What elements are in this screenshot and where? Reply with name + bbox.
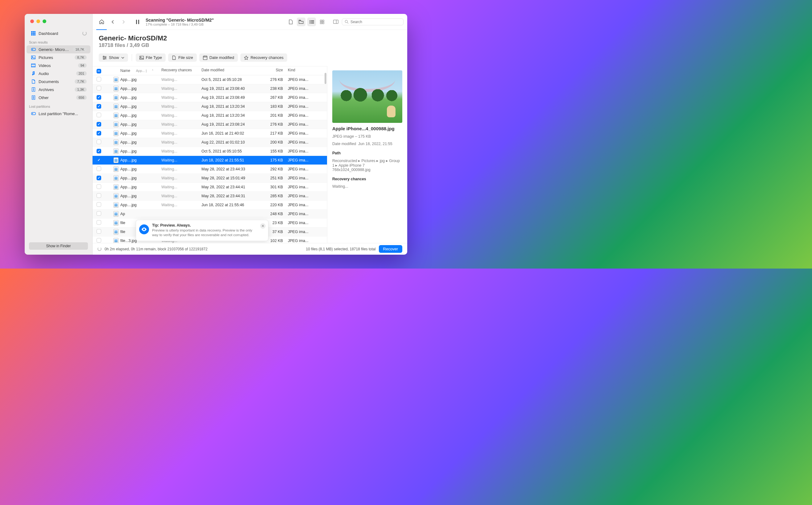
row-checkbox[interactable] <box>96 77 101 81</box>
pause-button[interactable] <box>133 18 142 26</box>
view-icons-button[interactable] <box>286 18 295 26</box>
row-checkbox[interactable] <box>96 238 101 242</box>
column-size[interactable]: Size <box>261 66 285 75</box>
table-body[interactable]: App....jpg Waiting... Oct 5, 2021 at 05:… <box>92 75 327 243</box>
sidebar-item-documents[interactable]: Documents 7,7K <box>26 77 90 86</box>
home-button[interactable] <box>96 14 107 30</box>
forward-button[interactable] <box>119 18 128 26</box>
picture-icon <box>31 55 36 60</box>
file-table: Name App... | ⌃ Recovery chances Date mo… <box>92 66 327 243</box>
close-window-button[interactable] <box>30 19 34 23</box>
filter-label: Date modified <box>210 55 234 60</box>
table-row[interactable]: App....jpg Waiting... Aug 22, 2021 at 01… <box>92 138 327 147</box>
show-in-finder-button[interactable]: Show in Finder <box>29 242 88 250</box>
recover-button[interactable]: Recover <box>379 245 402 253</box>
table-row[interactable]: App....jpg Waiting... May 28, 2022 at 15… <box>92 174 327 183</box>
view-folders-button[interactable] <box>297 18 305 26</box>
preview-thumbnail[interactable] <box>332 70 402 123</box>
cell-date: Aug 18, 2021 at 13:20:34 <box>199 103 261 110</box>
column-recovery[interactable]: Recovery chances <box>159 66 199 75</box>
select-all-checkbox[interactable] <box>96 69 101 73</box>
table-row[interactable]: App....jpg Waiting... Jun 18, 2022 at 21… <box>92 156 327 165</box>
filetype-filter-button[interactable]: File Type <box>136 53 166 62</box>
sidebar-item-audio[interactable]: Audio 201 <box>26 69 90 77</box>
close-tip-button[interactable]: ✕ <box>260 223 266 229</box>
sidebar-item-label: Videos <box>39 63 75 68</box>
scrollbar-thumb[interactable] <box>324 73 326 84</box>
row-checkbox[interactable] <box>96 229 101 234</box>
minimize-window-button[interactable] <box>36 19 40 23</box>
cell-date: May 28, 2022 at 15:01:49 <box>199 174 261 182</box>
app-window: Dashboard Scan results Generic- MicroS..… <box>25 14 407 255</box>
document-icon <box>31 79 36 84</box>
svg-point-41 <box>105 57 106 58</box>
cell-kind: JPEG ima... <box>285 130 314 137</box>
row-checkbox[interactable] <box>96 184 101 189</box>
table-row[interactable]: App....jpg Waiting... Jun 18, 2022 at 21… <box>92 201 327 210</box>
table-row[interactable]: App....jpg Waiting... Jun 16, 2021 at 21… <box>92 129 327 138</box>
table-row[interactable]: App....jpg Waiting... Oct 5, 2021 at 05:… <box>92 147 327 156</box>
sidebar-item-other[interactable]: Other 656 <box>26 94 90 102</box>
row-checkbox[interactable] <box>96 202 101 207</box>
sidebar-item-disk[interactable]: Generic- MicroS... 18,7K <box>26 45 90 53</box>
row-checkbox[interactable] <box>96 122 101 127</box>
page-title: Generic- MicroSD/M2 <box>99 34 401 42</box>
picture-icon <box>140 55 144 60</box>
row-checkbox[interactable] <box>96 193 101 198</box>
row-checkbox[interactable] <box>96 166 101 171</box>
row-checkbox[interactable] <box>96 131 101 136</box>
date-filter-button[interactable]: Date modified <box>199 53 238 62</box>
preview-panel: Apple iPhone...4_000988.jpg JPEG image –… <box>327 66 407 243</box>
table-row[interactable]: App....jpg Waiting... Oct 5, 2021 at 05:… <box>92 75 327 84</box>
zoom-window-button[interactable] <box>43 19 46 23</box>
sidebar-item-archives[interactable]: Archives 1,3K <box>26 86 90 94</box>
window-controls <box>25 19 92 23</box>
row-checkbox[interactable] <box>96 95 101 100</box>
table-row[interactable]: App....jpg Waiting... Aug 19, 2021 at 23… <box>92 120 327 129</box>
sidebar-item-lost-partition[interactable]: Lost partition "Rome... <box>26 110 90 118</box>
row-checkbox[interactable] <box>96 176 101 180</box>
row-checkbox[interactable] <box>96 220 101 225</box>
row-checkbox[interactable] <box>96 140 101 144</box>
table-row[interactable]: App....jpg Waiting... May 28, 2022 at 23… <box>92 183 327 192</box>
svg-rect-8 <box>34 34 35 35</box>
search-field[interactable] <box>342 18 403 25</box>
sidebar-item-videos[interactable]: Videos 94 <box>26 61 90 69</box>
search-input[interactable] <box>350 20 401 24</box>
filesize-filter-button[interactable]: File size <box>168 53 197 62</box>
cell-name: App....jpg <box>105 84 159 93</box>
search-icon <box>345 20 349 24</box>
row-checkbox[interactable] <box>96 86 101 91</box>
table-row[interactable]: App....jpg Waiting... Aug 19, 2021 at 23… <box>92 93 327 102</box>
table-row[interactable]: App....jpg Waiting... May 28, 2022 at 23… <box>92 192 327 201</box>
row-checkbox[interactable] <box>96 158 101 162</box>
cell-date: Aug 19, 2021 at 23:08:49 <box>199 94 261 101</box>
table-row[interactable]: Ap 248 KB JPEG ima... <box>92 210 327 218</box>
column-date[interactable]: Date modified <box>199 66 261 75</box>
table-row[interactable]: App....jpg Waiting... Aug 18, 2021 at 13… <box>92 102 327 111</box>
row-checkbox[interactable] <box>96 211 101 216</box>
folder-icon <box>299 20 304 24</box>
preview-recovery-label: Recovery chances <box>332 177 402 181</box>
view-grid-button[interactable] <box>318 18 326 26</box>
row-checkbox[interactable] <box>96 113 101 117</box>
table-row[interactable]: App....jpg Waiting... Aug 19, 2021 at 23… <box>92 84 327 93</box>
cell-recovery: Waiting... <box>159 112 199 119</box>
cell-recovery: Waiting... <box>159 94 199 101</box>
column-name[interactable]: Name App... | ⌃ <box>105 66 159 75</box>
sidebar-item-dashboard[interactable]: Dashboard <box>26 29 90 37</box>
cell-kind: JPEG ima... <box>285 85 314 92</box>
table-row[interactable]: App....jpg Waiting... May 28, 2022 at 23… <box>92 165 327 174</box>
toggle-preview-button[interactable] <box>331 18 340 26</box>
table-row[interactable]: App....jpg Waiting... Aug 18, 2021 at 13… <box>92 111 327 120</box>
recovery-filter-button[interactable]: Recovery chances <box>240 53 287 62</box>
cell-kind: JPEG ima... <box>285 201 314 209</box>
show-filter-button[interactable]: Show <box>99 53 128 62</box>
back-button[interactable] <box>108 18 117 26</box>
sidebar-item-pictures[interactable]: Pictures 8,7K <box>26 53 90 61</box>
cell-size: 175 KB <box>261 157 285 164</box>
row-checkbox[interactable] <box>96 149 101 153</box>
row-checkbox[interactable] <box>96 104 101 109</box>
view-list-button[interactable] <box>307 18 316 26</box>
column-kind[interactable]: Kind <box>285 66 314 75</box>
